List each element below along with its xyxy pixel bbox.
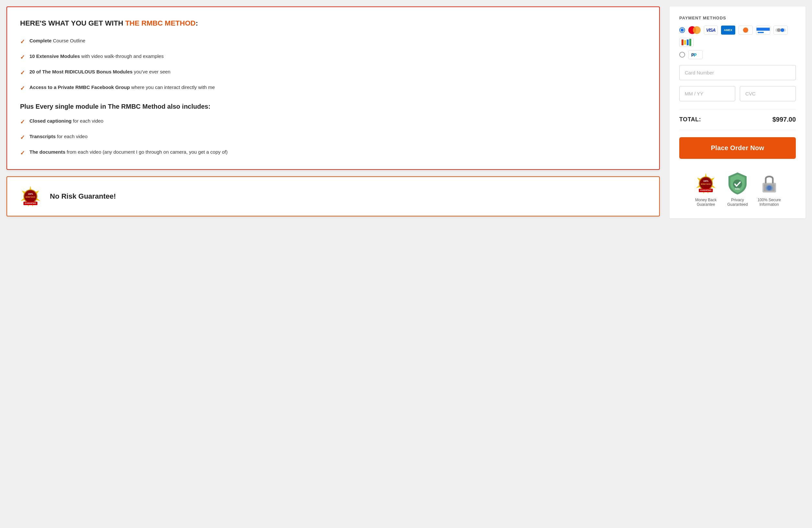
features-title-colon: :: [195, 19, 198, 27]
total-amount: $997.00: [772, 116, 796, 123]
list-item-text: Transcripts for each video: [29, 133, 87, 140]
card-number-field: [679, 65, 796, 80]
trust-badges: 100% MONEY BACK GUARANTEED Money BackGua…: [679, 169, 796, 207]
list-item: ✓ Closed captioning for each video: [20, 118, 646, 126]
check-icon: ✓: [20, 118, 25, 126]
trust-badge-ssl: SSL PrivacyGuaranteed: [727, 172, 748, 207]
svg-text:MONEY BACK: MONEY BACK: [26, 196, 35, 198]
svg-rect-8: [756, 28, 770, 31]
features-title-plain: HERE'S WHAT YOU GET WITH: [20, 19, 125, 27]
right-panel: PAYMENT METHODS VISA AMEX: [669, 6, 806, 522]
svg-text:SSL: SSL: [735, 187, 740, 190]
paypal-logo-icon: P P: [688, 50, 702, 59]
check-icon: ✓: [20, 37, 25, 46]
visa-icon: VISA: [704, 26, 718, 35]
svg-text:100%: 100%: [703, 180, 709, 182]
features-checklist-2: ✓ Closed captioning for each video ✓ Tra…: [20, 118, 646, 157]
svg-text:100%: 100%: [28, 193, 33, 195]
total-label: TOTAL:: [679, 116, 701, 123]
expiry-input[interactable]: [679, 86, 735, 101]
payment-icons-row-1: VISA AMEX: [679, 26, 796, 47]
check-icon: ✓: [20, 149, 25, 157]
section-subtitle: Plus Every single module in The RMBC Met…: [20, 102, 646, 111]
payment-section: PAYMENT METHODS VISA AMEX: [669, 6, 806, 218]
toggle-icon: [773, 26, 788, 35]
lock-icon: [760, 172, 778, 195]
check-icon: ✓: [20, 133, 25, 142]
svg-text:GUARANTEED: GUARANTEED: [700, 190, 712, 191]
list-item: ✓ Complete Course Outline: [20, 37, 646, 46]
multibar-icon: [679, 38, 694, 47]
place-order-button[interactable]: Place Order Now: [679, 137, 796, 159]
features-checklist: ✓ Complete Course Outline ✓ 10 Extensive…: [20, 37, 646, 93]
check-icon: ✓: [20, 84, 25, 93]
moneyback-badge-icon: 100% MONEY BACK GUARANTEED: [19, 185, 42, 208]
payment-methods-title: PAYMENT METHODS: [679, 16, 796, 20]
svg-point-32: [767, 186, 771, 190]
list-item: ✓ 20 of The Most RIDICULOUS Bonus Module…: [20, 68, 646, 77]
trust-badge-moneyback: 100% MONEY BACK GUARANTEED Money BackGua…: [694, 172, 717, 207]
moneyback-badge-icon: 100% MONEY BACK GUARANTEED: [694, 172, 717, 195]
credit-card-radio[interactable]: [679, 27, 685, 33]
svg-point-13: [781, 28, 784, 32]
payment-icons-row-2: P P: [679, 50, 796, 59]
discover-icon: [739, 26, 753, 35]
trust-badge-label: 100% SecureInformation: [758, 198, 781, 207]
trust-badge-secure: 100% SecureInformation: [758, 172, 781, 207]
list-item-text: Closed captioning for each video: [29, 118, 103, 125]
guarantee-card: 100% MONEY BACK GUARANTEED No Risk Guara…: [6, 176, 660, 216]
features-card: HERE'S WHAT YOU GET WITH THE RMBC METHOD…: [6, 6, 660, 170]
svg-text:MONEY BACK: MONEY BACK: [701, 183, 711, 185]
amex-icon: AMEX: [721, 26, 735, 35]
svg-text:GUARANTEED: GUARANTEED: [25, 202, 36, 204]
list-item: ✓ Access to a Private RMBC Facebook Grou…: [20, 84, 646, 93]
list-item-text: 20 of The Most RIDICULOUS Bonus Modules …: [29, 68, 170, 76]
list-item-text: 10 Extensive Modules with video walk-thr…: [29, 53, 163, 60]
list-item: ✓ Transcripts for each video: [20, 133, 646, 142]
list-item-text: Access to a Private RMBC Facebook Group …: [29, 84, 215, 91]
trust-badge-label: PrivacyGuaranteed: [727, 198, 748, 207]
list-item: ✓ 10 Extensive Modules with video walk-t…: [20, 53, 646, 62]
card-number-input[interactable]: [679, 65, 796, 80]
generic-card-icon: [756, 26, 770, 35]
check-icon: ✓: [20, 69, 25, 77]
check-icon: ✓: [20, 53, 25, 62]
list-item-text: Complete Course Outline: [29, 37, 86, 45]
features-title: HERE'S WHAT YOU GET WITH THE RMBC METHOD…: [20, 19, 646, 28]
mastercard-icon: [688, 26, 701, 34]
svg-rect-9: [758, 32, 764, 33]
guarantee-title: No Risk Guarantee!: [50, 192, 116, 200]
trust-badge-label: Money BackGuarantee: [695, 198, 716, 207]
list-item-text: The documents from each video (any docum…: [29, 149, 228, 156]
features-title-highlight: THE RMBC METHOD: [125, 19, 196, 27]
paypal-radio[interactable]: [679, 52, 685, 58]
svg-point-12: [777, 28, 781, 32]
svg-text:P: P: [694, 52, 696, 58]
list-item: ✓ The documents from each video (any doc…: [20, 149, 646, 157]
card-expiry-cvc-row: [679, 86, 796, 101]
left-panel: HERE'S WHAT YOU GET WITH THE RMBC METHOD…: [6, 6, 660, 522]
total-row: TOTAL: $997.00: [679, 109, 796, 130]
cvc-input[interactable]: [740, 86, 796, 101]
ssl-shield-icon: SSL: [728, 172, 747, 195]
